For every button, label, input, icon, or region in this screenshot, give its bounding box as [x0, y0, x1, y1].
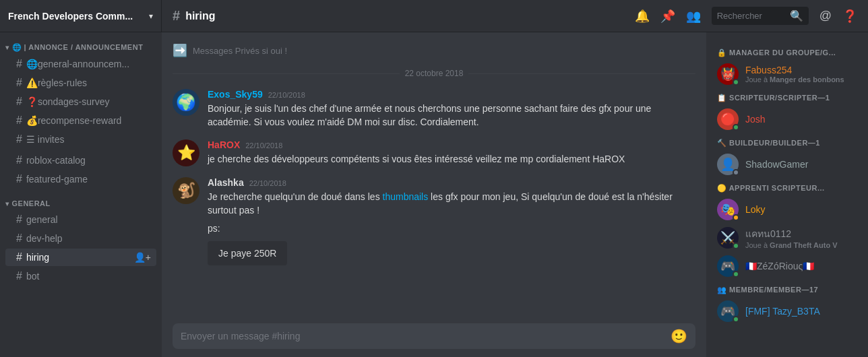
message-header-exos: Exos_Sky59 22/10/2018 — [208, 89, 695, 100]
server-name[interactable]: French Developers Comm... ▾ — [0, 0, 162, 32]
hash-icon: # — [16, 251, 22, 263]
status-dot-fabuss254 — [733, 79, 739, 86]
hash-icon: # — [16, 154, 22, 166]
message-header-alashka: Alashka 22/10/2018 — [208, 177, 695, 188]
status-dot-josh — [733, 124, 739, 131]
messages-container: ➡️ Messages Privés si oui ! 22 octobre 2… — [162, 32, 706, 315]
add-member-icon[interactable]: 👤+ — [134, 252, 151, 263]
member-shadowgamer[interactable]: 👤 ShadowGamer — [712, 151, 863, 178]
sidebar-item-general[interactable]: # general — [5, 211, 156, 228]
member-category-manager: 🔒 MANAGER DU GROUPE/G... — [712, 43, 863, 60]
status-dot-zezorious — [733, 271, 739, 278]
hash-icon: # — [16, 214, 22, 226]
message-header-harox: HaROX 22/10/2018 — [208, 139, 695, 150]
chevron-down-icon: ▾ — [149, 11, 153, 21]
username-exos[interactable]: Exos_Sky59 — [208, 89, 263, 100]
message-text-alashka: Je recherche quelqu'un de doué dans les … — [208, 191, 695, 217]
members-icon[interactable]: 👥 — [686, 9, 701, 24]
bell-icon[interactable]: 🔔 — [635, 9, 650, 24]
channel-label: featured-game — [26, 174, 151, 185]
channel-label: dev-help — [26, 233, 151, 244]
member-fabuss254[interactable]: 👹 Fabuss254 Joue à Manger des bonbons — [712, 61, 863, 88]
member-info-cat0112: แคทน0112 Joue à Grand Theft Auto V — [745, 226, 857, 249]
message-exos: 🌍 Exos_Sky59 22/10/2018 Bonjour, je suis… — [173, 89, 695, 129]
member-info-fabuss254: Fabuss254 Joue à Manger des bonbons — [745, 65, 857, 84]
message-alashka: 🐒 Alashka 22/10/2018 Je recherche quelqu… — [173, 177, 695, 265]
member-name-cat0112: แคทน0112 — [745, 226, 857, 241]
status-dot-cat0112 — [733, 242, 739, 249]
message-content-exos: Exos_Sky59 22/10/2018 Bonjour, je suis l… — [208, 89, 695, 129]
channel-name-header: hiring — [185, 10, 215, 22]
sidebar-item-recompense[interactable]: # 💰recompense-reward — [5, 112, 156, 129]
chat-input-container: 🙂 — [173, 323, 695, 349]
member-info-shadowgamer: ShadowGamer — [745, 159, 857, 170]
avatar-josh: 🔴 — [717, 108, 739, 130]
channel-label: bot — [26, 271, 151, 282]
member-category-apprenti: 🟡 APPRENTI SCRIPTEUR... — [712, 178, 863, 195]
sidebar-item-featured-game[interactable]: # featured-game — [5, 170, 156, 188]
chat-area: ➡️ Messages Privés si oui ! 22 octobre 2… — [162, 32, 706, 357]
member-name-fabuss254: Fabuss254 — [745, 65, 857, 75]
message-extra-alashka: ps: — [208, 222, 695, 236]
member-info-josh: Josh — [745, 114, 857, 125]
chat-input[interactable] — [181, 323, 665, 349]
emoji-button[interactable]: 🙂 — [671, 328, 687, 344]
timestamp-exos: 22/10/2018 — [268, 91, 305, 99]
hash-icon: # — [16, 133, 22, 145]
sidebar-item-sondages[interactable]: # ❓sondages-survey — [5, 93, 156, 110]
category-general[interactable]: ▾ GENERAL — [0, 189, 162, 210]
avatar-fabuss254: 👹 — [717, 63, 739, 85]
sidebar-item-bot[interactable]: # bot — [5, 267, 156, 285]
top-bar: French Developers Comm... ▾ # hiring 🔔 📌… — [0, 0, 868, 32]
member-category-builder: 🔨 BUILDEUR/BUILDER—1 — [712, 133, 863, 150]
channel-label: roblox-catalog — [26, 155, 151, 166]
member-loky[interactable]: 🎭 Loky — [712, 196, 863, 223]
category-announcement[interactable]: ▾ 🌐 | ANNONCE / ANNOUNCEMENT — [0, 32, 162, 55]
member-josh[interactable]: 🔴 Josh — [712, 106, 863, 133]
member-cat0112[interactable]: ⚔️ แคทน0112 Joue à Grand Theft Auto V — [712, 224, 863, 252]
avatar-loky: 🎭 — [717, 199, 739, 220]
username-harox[interactable]: HaROX — [208, 139, 240, 150]
hash-icon: # — [16, 115, 22, 127]
member-status-fabuss254: Joue à Manger des bonbons — [745, 75, 857, 84]
username-alashka[interactable]: Alashka — [208, 177, 244, 188]
hash-icon: # — [16, 96, 22, 108]
hash-icon: # — [16, 270, 22, 282]
pin-icon[interactable]: 📌 — [660, 9, 675, 24]
channel-label: 💰recompense-reward — [26, 115, 151, 126]
sidebar-item-dev-help[interactable]: # dev-help — [5, 230, 156, 247]
search-input[interactable] — [717, 11, 786, 21]
sidebar-item-invites[interactable]: # ☰ invites — [5, 131, 156, 148]
redirect-icon: ➡️ — [173, 43, 187, 58]
avatar-zezorious: 🎮 — [717, 255, 739, 277]
sidebar-item-general-announcement[interactable]: # 🌐general-announcem... — [5, 55, 156, 73]
sidebar-item-hiring[interactable]: # hiring 👤+ — [5, 249, 156, 266]
message-text-exos: Bonjour, je suis l'un des chef d'une arm… — [208, 102, 695, 129]
member-info-tazy: [FMF] Tazy_B3TA — [745, 306, 857, 317]
sidebar-item-roblox-catalog[interactable]: # roblox-catalog — [5, 152, 156, 169]
avatar-alashka[interactable]: 🐒 — [173, 177, 199, 204]
payment-box: Je paye 250R — [208, 241, 287, 265]
message-text-harox: je cherche des développeurs compétents s… — [208, 153, 695, 166]
avatar-tazy: 🎮 — [717, 300, 739, 322]
help-icon[interactable]: ❓ — [842, 9, 857, 24]
channel-label: 🌐general-announcem... — [26, 59, 151, 69]
server-name-text: French Developers Comm... — [8, 11, 146, 22]
header-icons: 🔔 📌 👥 🔍 @ ❓ — [635, 7, 857, 25]
mention-icon[interactable]: @ — [819, 9, 832, 23]
channel-label: ⚠️règles-rules — [26, 77, 151, 88]
search-bar[interactable]: 🔍 — [712, 7, 809, 25]
avatar-harox[interactable]: ⭐ — [173, 139, 199, 166]
category-label: GENERAL — [12, 199, 51, 207]
avatar-exos[interactable]: 🌍 — [173, 89, 199, 116]
member-name-tazy: [FMF] Tazy_B3TA — [745, 306, 857, 317]
hash-icon: # — [16, 173, 22, 185]
member-tazy[interactable]: 🎮 [FMF] Tazy_B3TA — [712, 298, 863, 325]
status-dot-shadowgamer — [733, 169, 739, 176]
sidebar-item-regles[interactable]: # ⚠️règles-rules — [5, 74, 156, 92]
members-panel: 🔒 MANAGER DU GROUPE/G... 👹 Fabuss254 Jou… — [706, 32, 868, 357]
category-arrow-icon: ▾ — [5, 200, 9, 207]
system-message-text: Messages Privés si oui ! — [193, 46, 287, 56]
member-zezorious[interactable]: 🎮 🇫🇷ZéZóRiouς🇫🇷 — [712, 253, 863, 280]
member-name-loky: Loky — [745, 204, 857, 215]
